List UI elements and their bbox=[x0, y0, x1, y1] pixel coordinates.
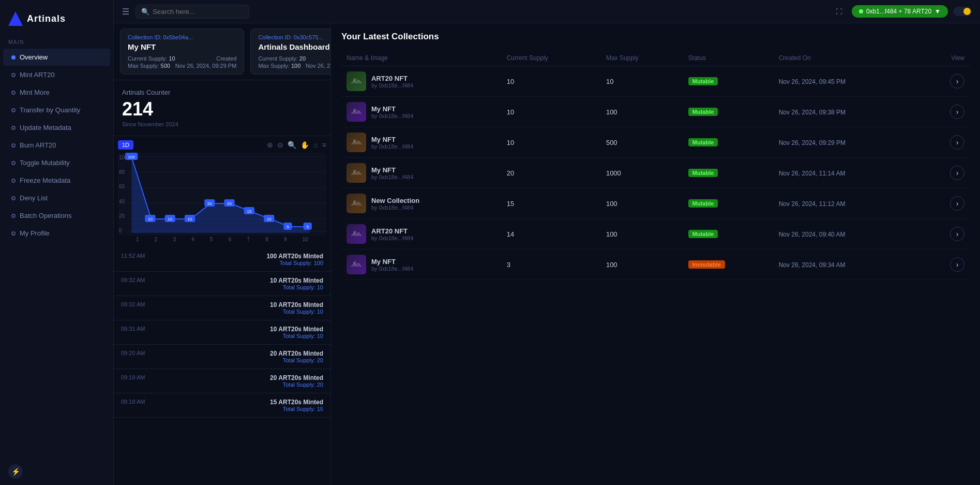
activity-sub-5: Total Supply: 20 bbox=[161, 381, 323, 388]
sidebar-dot-toggle-mutability bbox=[11, 161, 16, 165]
sidebar-dot-deny-list bbox=[11, 196, 16, 200]
created-cell-0: Nov 26, 2024, 09:45 PM bbox=[774, 66, 922, 97]
name-cell-0: ART20 NFT by 0xb18e...f484 bbox=[341, 66, 502, 97]
name-cell-1: My NFT by 0xb18e...f484 bbox=[341, 97, 502, 127]
logo-text: Artinals bbox=[27, 13, 66, 24]
search-input[interactable] bbox=[153, 8, 235, 16]
status-cell-4: Mutable bbox=[683, 188, 774, 219]
current-supply-2: 10 bbox=[507, 139, 514, 146]
activity-title-0: 100 ART20s Minted bbox=[161, 253, 323, 260]
svg-text:10: 10 bbox=[148, 217, 153, 222]
nft-name-0: ART20 NFT bbox=[371, 75, 413, 82]
current-supply-cell-2: 10 bbox=[502, 127, 601, 158]
sidebar-item-mint-more[interactable]: Mint More bbox=[3, 84, 110, 101]
activity-title-5: 20 ART20s Minted bbox=[161, 374, 323, 381]
view-button-4[interactable]: › bbox=[950, 196, 964, 211]
view-button-5[interactable]: › bbox=[950, 227, 964, 241]
created-cell-2: Nov 26, 2024, 09:29 PM bbox=[774, 127, 922, 158]
sidebar-dot-batch-operations bbox=[11, 214, 16, 218]
nft-card-1[interactable]: Collection ID: 0x30c575... Artinals Dash… bbox=[250, 28, 330, 75]
col-header-3: Status bbox=[683, 50, 774, 66]
nft-name-2: My NFT bbox=[371, 136, 413, 143]
sidebar-item-update-metadata[interactable]: Update Metadata bbox=[3, 119, 110, 136]
hamburger-icon[interactable]: ☰ bbox=[122, 7, 129, 17]
created-cell-6: Nov 26, 2024, 09:34 AM bbox=[774, 249, 922, 280]
wallet-button[interactable]: 0xb1...f484 + 78 ART20 ▼ bbox=[852, 5, 948, 18]
created-cell-5: Nov 26, 2024, 09:40 AM bbox=[774, 219, 922, 249]
status-cell-3: Mutable bbox=[683, 158, 774, 188]
col-header-0: Name & Image bbox=[341, 50, 502, 66]
activity-title-1: 10 ART20s Minted bbox=[161, 277, 323, 284]
nft-name-4: New Collection bbox=[371, 197, 419, 204]
svg-text:10: 10 bbox=[267, 217, 272, 222]
current-supply-3: 20 bbox=[507, 169, 514, 177]
status-cell-6: Immutable bbox=[683, 249, 774, 280]
created-date-0: Nov 26, 2024, 09:45 PM bbox=[779, 78, 846, 85]
sidebar-item-toggle-mutability[interactable]: Toggle Mutability bbox=[3, 154, 110, 171]
zoom-in-icon[interactable]: ⊕ bbox=[267, 141, 273, 149]
current-supply-4: 15 bbox=[507, 200, 514, 208]
max-supply-cell-1: 100 bbox=[601, 97, 683, 127]
zoom-out-icon[interactable]: ⊖ bbox=[277, 141, 283, 149]
name-cell-3: My NFT by 0xb18e...f484 bbox=[341, 158, 502, 188]
view-button-6[interactable]: › bbox=[950, 257, 964, 272]
collections-title: Your Latest Collections bbox=[341, 32, 970, 42]
home-icon[interactable]: ⌂ bbox=[313, 141, 318, 149]
zoom-icon[interactable]: 🔍 bbox=[288, 141, 296, 149]
current-supply-1: 10 bbox=[507, 108, 514, 116]
view-button-2[interactable]: › bbox=[950, 135, 964, 150]
name-cell-4: New Collection by 0xb18e...f484 bbox=[341, 188, 502, 219]
menu-icon[interactable]: ≡ bbox=[322, 141, 326, 149]
pan-icon[interactable]: ✋ bbox=[300, 141, 309, 149]
sidebar-item-mint-art20[interactable]: Mint ART20 bbox=[3, 66, 110, 83]
counter-section: Artinals Counter 214 Since November 2024 bbox=[114, 80, 330, 136]
wallet-address: 0xb1...f484 + 78 ART20 bbox=[866, 8, 931, 15]
sidebar-item-transfer-by-quantity[interactable]: Transfer by Quantity bbox=[3, 101, 110, 119]
search-box: 🔍 bbox=[135, 5, 249, 19]
view-cell-1: › bbox=[922, 97, 970, 127]
activity-info-4: 20 ART20s Minted Total Supply: 20 bbox=[161, 350, 323, 363]
sidebar-section-label: MAIN bbox=[0, 36, 113, 48]
svg-text:15: 15 bbox=[247, 209, 251, 214]
sidebar-item-deny-list[interactable]: Deny List bbox=[3, 189, 110, 207]
activity-row-3: 09:31 AM 10 ART20s Minted Total Supply: … bbox=[114, 320, 330, 345]
view-button-1[interactable]: › bbox=[950, 105, 964, 119]
status-badge: Mutable bbox=[688, 108, 718, 116]
fullscreen-button[interactable]: ⛶ bbox=[832, 4, 847, 19]
table-row: New Collection by 0xb18e...f484 15 100 M… bbox=[341, 188, 970, 219]
nft-card-0[interactable]: Collection ID: 0x5be04a... My NFT Curren… bbox=[120, 28, 244, 75]
nft-by-3: by 0xb18e...f484 bbox=[371, 174, 413, 180]
view-button-3[interactable]: › bbox=[950, 166, 964, 180]
nft-name-3: My NFT bbox=[371, 166, 413, 174]
sidebar-label-my-profile: My Profile bbox=[20, 229, 50, 237]
sidebar-item-batch-operations[interactable]: Batch Operations bbox=[3, 207, 110, 224]
max-supply-cell-5: 100 bbox=[601, 219, 683, 249]
nft-name-5: ART20 NFT bbox=[371, 227, 413, 235]
current-supply-cell-6: 3 bbox=[502, 249, 601, 280]
nft-by-4: by 0xb18e...f484 bbox=[371, 204, 419, 211]
sidebar-dot-mint-art20 bbox=[11, 73, 16, 77]
activity-info-6: 15 ART20s Minted Total Supply: 15 bbox=[161, 399, 323, 412]
activity-row-5: 09:18 AM 20 ART20s Minted Total Supply: … bbox=[114, 369, 330, 393]
sidebar-item-burn-art20[interactable]: Burn ART20 bbox=[3, 137, 110, 154]
max-supply-0: 10 bbox=[606, 78, 613, 85]
nft-thumb-5 bbox=[346, 224, 366, 244]
current-supply-5: 14 bbox=[507, 230, 514, 238]
created-date-5: Nov 26, 2024, 09:40 AM bbox=[779, 231, 846, 238]
activity-info-0: 100 ART20s Minted Total Supply: 100 bbox=[161, 253, 323, 266]
theme-toggle[interactable] bbox=[953, 7, 972, 16]
sidebar-item-my-profile[interactable]: My Profile bbox=[3, 225, 110, 242]
bolt-icon[interactable]: ⚡ bbox=[8, 464, 23, 479]
sidebar-item-overview[interactable]: Overview bbox=[3, 49, 110, 66]
sidebar: Artinals MAIN Overview Mint ART20 Mint M… bbox=[0, 0, 114, 485]
name-cell-5: ART20 NFT by 0xb18e...f484 bbox=[341, 219, 502, 249]
sidebar-label-overview: Overview bbox=[20, 53, 48, 61]
chart-1d-button[interactable]: 1D bbox=[118, 140, 133, 150]
chart-toolbar: ⊕ ⊖ 🔍 ✋ ⌂ ≡ bbox=[267, 141, 326, 149]
table-row: My NFT by 0xb18e...f484 10 100 Mutable N… bbox=[341, 97, 970, 127]
sidebar-item-freeze-metadata[interactable]: Freeze Metadata bbox=[3, 172, 110, 189]
view-button-0[interactable]: › bbox=[950, 74, 964, 89]
nft-by-1: by 0xb18e...f484 bbox=[371, 113, 413, 119]
nft-card-stats-1: Current Supply: 20 Max Supply: 100 Creat… bbox=[258, 55, 330, 69]
col-header-5: View bbox=[922, 50, 970, 66]
